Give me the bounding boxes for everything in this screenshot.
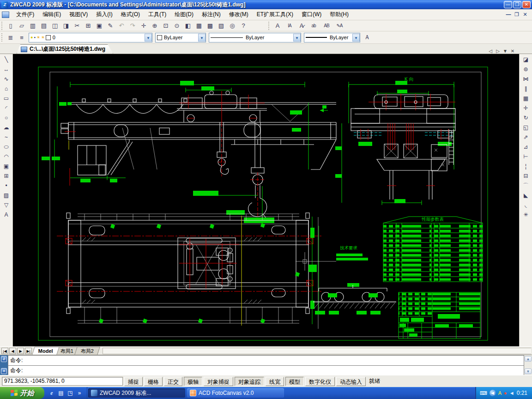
mirror-icon[interactable]: ⋈ [521, 74, 531, 84]
tablet-toggle[interactable]: 数字化仪 [305, 377, 335, 386]
open-icon[interactable]: ▱ [17, 21, 27, 30]
edit-text-icon[interactable]: IA [284, 21, 296, 30]
next-tab-btn[interactable]: ▶ [17, 348, 24, 354]
spell-check-icon[interactable]: AB [320, 21, 332, 30]
last-tab-btn[interactable]: ▶| [25, 348, 32, 354]
arc-icon[interactable]: ◜ [1, 103, 12, 113]
rectangle-icon[interactable]: ▭ [1, 94, 12, 103]
mdi-document-icon[interactable] [2, 12, 9, 18]
start-button[interactable]: 开始 [0, 387, 44, 399]
plot-icon[interactable]: ▤ [39, 21, 49, 30]
layer-dropdown-icon[interactable]: ▼ [145, 34, 152, 42]
plot-preview-icon[interactable]: ◫ [50, 21, 60, 30]
trim-icon[interactable]: ⊿ [521, 142, 531, 151]
ime-tray-icon[interactable]: A [498, 389, 502, 397]
fillet-icon[interactable]: ◟ [521, 200, 531, 210]
rotate-icon[interactable]: ↻ [521, 113, 531, 122]
mtext-icon[interactable]: A [272, 21, 283, 30]
command-input-line[interactable]: 命令: [8, 365, 524, 376]
find-text-icon[interactable]: ab [308, 21, 320, 30]
text-style-manager-icon[interactable]: Ａ [362, 33, 372, 42]
match-properties-icon[interactable]: ✎ [105, 21, 115, 30]
tab-prev-icon[interactable]: ◁ [487, 48, 494, 54]
chamfer-icon[interactable]: ◣ [521, 191, 531, 200]
lineweight-combo[interactable]: ByLayer ▼ [304, 33, 360, 42]
tab-model[interactable]: Model [32, 347, 59, 355]
ellipse-arc-icon[interactable]: ◠ [1, 152, 12, 161]
scale-text-icon[interactable]: ✎A [333, 21, 345, 30]
erase-icon[interactable]: ◪ [521, 55, 531, 64]
layer-properties-icon[interactable]: ≣ [6, 33, 16, 42]
alarm-tray-icon[interactable]: ● [504, 389, 507, 397]
text-icon[interactable]: A [1, 210, 12, 219]
redo-icon[interactable]: ↷ [127, 21, 138, 30]
stretch-icon[interactable]: ⇗ [521, 133, 531, 142]
grid-toggle[interactable]: 栅格 [144, 377, 163, 386]
join-icon[interactable]: ⌒ [521, 181, 531, 190]
save-icon[interactable]: ▥ [28, 21, 38, 30]
text-style-icon[interactable]: A̷ [296, 21, 307, 30]
color-combo[interactable]: ByLayer ▼ [155, 33, 206, 42]
tab-layout2[interactable]: 布局2 [74, 347, 100, 355]
first-tab-btn[interactable]: |◀ [1, 348, 8, 354]
tab-list-icon[interactable]: ▼ [502, 48, 509, 54]
menu-tools[interactable]: 工具(T) [144, 9, 170, 20]
prev-tab-btn[interactable]: ◀ [9, 348, 16, 354]
menu-help[interactable]: 帮助(H) [326, 9, 353, 20]
menu-file[interactable]: 文件(F) [12, 9, 38, 20]
menu-view[interactable]: 视图(V) [65, 9, 92, 20]
region-icon[interactable]: ▽ [1, 200, 12, 210]
copy-icon[interactable]: ⊚ [521, 65, 531, 74]
help-icon[interactable]: ? [238, 21, 248, 30]
quick-launch-overflow-icon[interactable]: » [76, 389, 83, 397]
language-bar-icon[interactable]: ◀ [490, 390, 496, 396]
pan-icon[interactable]: ✛ [139, 21, 149, 30]
menu-dimension[interactable]: 标注(N) [198, 9, 225, 20]
mdi-close-button[interactable]: ✕ [521, 12, 529, 18]
otrack-toggle[interactable]: 对象追踪 [235, 377, 264, 386]
properties-palette-icon[interactable]: ▩ [205, 21, 215, 30]
mdi-minimize-button[interactable]: — [504, 12, 513, 18]
linetype-combo[interactable]: ByLayer ▼ [209, 33, 301, 42]
make-block-icon[interactable]: ⊞ [1, 171, 12, 181]
polygon-icon[interactable]: ⌂ [1, 84, 12, 93]
layer-previous-icon[interactable]: ≡ [17, 33, 27, 42]
layers-dialog-icon[interactable]: ▦ [194, 21, 204, 30]
construction-line-icon[interactable]: ↔ [1, 65, 12, 74]
offset-icon[interactable]: ∥ [521, 84, 531, 93]
undo-icon[interactable]: ↶ [116, 21, 127, 30]
mdi-restore-button[interactable]: ❐ [513, 12, 521, 18]
circle-icon[interactable]: ○ [1, 113, 12, 122]
close-button[interactable]: ✕ [522, 1, 531, 8]
zoom-previous-icon[interactable]: ⊙ [172, 21, 182, 30]
extend-icon[interactable]: ⊢ [521, 152, 531, 161]
restore-button[interactable]: ❐ [513, 1, 521, 8]
toolbar-grip[interactable] [1, 22, 4, 30]
zoom-window-icon[interactable]: ⊡ [161, 21, 171, 30]
ortho-toggle[interactable]: 正交 [164, 377, 182, 386]
quick-launch-icon-3[interactable]: ◳ [66, 389, 74, 397]
snap-toggle[interactable]: 捕捉 [124, 377, 143, 386]
find-icon[interactable]: ◎ [227, 21, 237, 30]
polar-toggle[interactable]: 极轴 [184, 377, 202, 386]
menu-et-tools[interactable]: ET扩展工具(X) [253, 9, 297, 20]
ellipse-icon[interactable]: ⬭ [1, 142, 12, 151]
taskbar-task-fotocanvas[interactable]: ACD FotoCanvas v2.0 [187, 388, 284, 398]
insert-block-icon[interactable]: ▣ [1, 162, 12, 171]
break-icon[interactable]: ⊟ [521, 171, 531, 181]
point-icon[interactable]: • [1, 181, 12, 190]
lineweight-toggle[interactable]: 线宽 [266, 377, 284, 386]
taskbar-task-zwcad[interactable]: ZWCAD 2009 标准... [88, 388, 185, 398]
array-icon[interactable]: ▦ [521, 94, 531, 103]
zoom-realtime-icon[interactable]: ⊕ [150, 21, 160, 30]
publish-icon[interactable]: ◨ [61, 21, 71, 30]
calculator-icon[interactable]: ▧ [216, 21, 226, 30]
ie-quick-launch-icon[interactable]: e [48, 389, 55, 397]
command-close-icon[interactable]: ✕ [1, 368, 7, 374]
menu-modify[interactable]: 修改(M) [225, 9, 253, 20]
toolbar-grip[interactable] [1, 33, 4, 42]
tab-close-icon[interactable]: ✕ [509, 48, 516, 54]
minimize-button[interactable]: — [504, 1, 512, 8]
command-dock-icon[interactable]: ⇵ [1, 356, 7, 362]
menu-insert[interactable]: 插入(I) [92, 9, 116, 20]
